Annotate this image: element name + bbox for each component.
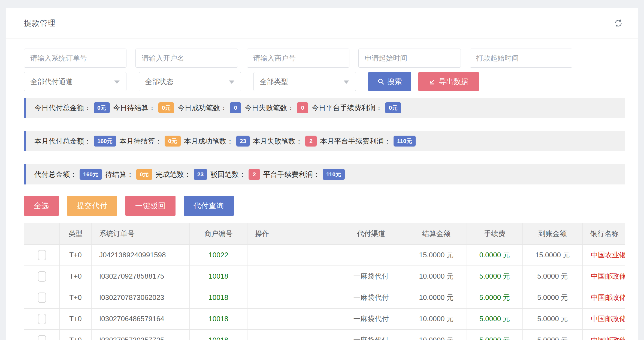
stat-badge: 160元 — [80, 169, 102, 180]
channel-select[interactable]: 全部代付通道 — [24, 72, 126, 91]
header-settle-amount: 结算金额 — [406, 223, 467, 244]
apply-start-time-input[interactable] — [358, 49, 461, 68]
stats-bar-total: 代付总金额： 160元 待结算： 0元 完成笔数： 23 驳回笔数： 2 平台手… — [24, 164, 625, 184]
stat-label: 本月待结算： — [119, 136, 162, 146]
cell-settle-amount: 10.0000 元 — [406, 330, 467, 340]
cell-merchant-id[interactable]: 10018 — [190, 330, 247, 340]
cell-merchant-id[interactable]: 10018 — [190, 287, 247, 308]
cell-bank-name: 中国农业银行 — [583, 244, 625, 266]
table-row: T+0 I0302705730357725 10018 一麻袋代付 10.000… — [24, 330, 625, 340]
cell-order-no: I0302707873062023 — [92, 287, 190, 308]
header-channel: 代付渠道 — [336, 223, 406, 244]
cell-fee: 5.0000 元 — [467, 308, 523, 330]
stat-label: 待结算： — [105, 170, 134, 179]
type-select[interactable]: 全部类型 — [253, 72, 356, 91]
bulk-reject-button[interactable]: 一键驳回 — [125, 196, 176, 216]
pay-start-time-input[interactable] — [470, 49, 572, 68]
cell-settle-amount: 10.0000 元 — [406, 266, 467, 287]
row-checkbox[interactable] — [38, 293, 46, 303]
header-operation: 操作 — [247, 223, 336, 244]
filter-selects-row: 全部代付通道 全部状态 全部类型 搜索 — [24, 72, 625, 91]
account-name-input[interactable] — [135, 49, 238, 68]
cell-type: T+0 — [60, 287, 92, 308]
submit-payment-button[interactable]: 提交代付 — [67, 196, 117, 216]
cell-merchant-id[interactable]: 10018 — [190, 266, 247, 287]
export-data-button[interactable]: 导出数据 — [418, 72, 479, 91]
cell-merchant-id[interactable]: 10018 — [190, 308, 247, 330]
cell-type: T+0 — [60, 308, 92, 330]
stat-badge: 160元 — [94, 136, 116, 147]
cell-channel: 一麻袋代付 — [336, 330, 406, 340]
stat-badge: 2 — [249, 169, 260, 180]
table-row: T+0 I0302706486579164 10018 一麻袋代付 10.000… — [24, 308, 625, 330]
payment-query-button[interactable]: 代付查询 — [184, 196, 234, 216]
row-checkbox[interactable] — [38, 335, 46, 340]
cell-type: T+0 — [60, 266, 92, 287]
cell-type: T+0 — [60, 244, 92, 266]
search-button[interactable]: 搜索 — [368, 72, 411, 91]
cell-settle-amount: 10.0000 元 — [406, 287, 467, 308]
order-no-input[interactable] — [24, 49, 126, 68]
stat-badge: 2 — [305, 136, 317, 147]
header-bank-name: 银行名称 — [583, 223, 625, 244]
cell-order-no: I0302705730357725 — [92, 330, 190, 340]
stat-label: 驳回笔数： — [210, 170, 246, 179]
stats-bar-month: 本月代付总金额： 160元 本月待结算： 0元 本月成功笔数： 23 本月失败笔… — [24, 131, 625, 151]
stat-label: 今日平台手续费利润： — [312, 103, 382, 113]
stat-badge: 0元 — [136, 169, 152, 180]
actions-row: 全选 提交代付 一键驳回 代付查询 — [24, 196, 625, 216]
stat-label: 今日成功笔数： — [177, 103, 227, 113]
channel-select-value: 全部代付通道 — [30, 77, 73, 87]
row-checkbox[interactable] — [38, 314, 46, 324]
cell-arrival-amount: 5.0000 元 — [523, 308, 583, 330]
cell-channel — [336, 244, 406, 266]
status-select[interactable]: 全部状态 — [139, 72, 241, 91]
type-select-value: 全部类型 — [260, 77, 288, 87]
cell-operation — [247, 244, 336, 266]
search-icon — [377, 78, 385, 85]
card-body: 全部代付通道 全部状态 全部类型 搜索 — [6, 39, 638, 340]
table-row: T+0 J0421389240991598 10022 15.0000 元 0.… — [24, 244, 625, 266]
stat-badge: 23 — [236, 136, 250, 147]
header-arrival-amount: 到账金额 — [523, 223, 583, 244]
table-row: T+0 I0302709278588175 10018 一麻袋代付 10.000… — [24, 266, 625, 287]
select-all-button[interactable]: 全选 — [24, 196, 59, 216]
cell-channel: 一麻袋代付 — [336, 287, 406, 308]
cell-merchant-id[interactable]: 10022 — [190, 244, 247, 266]
row-checkbox[interactable] — [38, 271, 46, 282]
refresh-icon — [614, 19, 623, 28]
withdraw-management-card: 提款管理 全部代付通道 全部状态 — [6, 8, 638, 340]
cell-fee: 5.0000 元 — [467, 287, 523, 308]
stat-label: 代付总金额： — [34, 170, 77, 179]
cell-operation — [247, 308, 336, 330]
cell-bank-name: 中国邮政储蓄银行 — [583, 308, 625, 330]
filter-inputs-row — [24, 49, 625, 68]
cell-order-no: I0302709278588175 — [92, 266, 190, 287]
cell-arrival-amount: 15.0000 元 — [523, 244, 583, 266]
search-button-label: 搜索 — [387, 77, 402, 87]
stat-badge: 0元 — [165, 136, 181, 147]
cell-channel: 一麻袋代付 — [336, 308, 406, 330]
stat-label: 本月失败笔数： — [253, 136, 303, 146]
stat-label: 本月代付总金额： — [34, 136, 91, 146]
cell-operation — [247, 287, 336, 308]
stat-badge: 0元 — [158, 102, 174, 113]
stat-label: 今日失败笔数： — [244, 103, 294, 113]
header-order-no: 系统订单号 — [92, 223, 190, 244]
header-merchant-id: 商户编号 — [190, 223, 247, 244]
cell-type: T+0 — [60, 330, 92, 340]
stat-badge: 23 — [194, 169, 207, 180]
cell-fee: 0.0000 元 — [467, 244, 523, 266]
status-select-value: 全部状态 — [145, 77, 173, 87]
chevron-down-icon — [344, 80, 349, 84]
stat-label: 本月成功笔数： — [184, 136, 234, 146]
stat-badge: 110元 — [394, 136, 416, 147]
stat-label: 今日待结算： — [113, 103, 156, 113]
refresh-button[interactable] — [613, 18, 624, 29]
row-checkbox[interactable] — [38, 250, 46, 260]
cell-settle-amount: 10.0000 元 — [406, 308, 467, 330]
stat-badge: 0元 — [94, 102, 110, 113]
cell-order-no: I0302706486579164 — [92, 308, 190, 330]
header-fee: 手续费 — [467, 223, 523, 244]
merchant-id-input[interactable] — [247, 49, 349, 68]
